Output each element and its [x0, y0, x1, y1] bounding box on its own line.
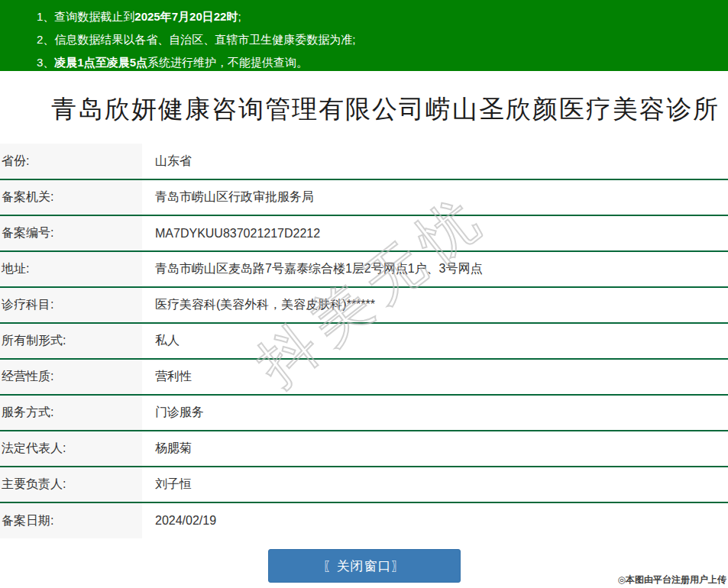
row-value: 青岛市崂山区行政审批服务局 — [142, 179, 728, 215]
notice-line: 3、凌晨1点至凌晨5点系统进行维护，不能提供查询。 — [37, 51, 720, 74]
row-label: 地址: — [0, 251, 142, 287]
row-value: 刘子恒 — [142, 467, 728, 502]
page-title: 青岛欣妍健康咨询管理有限公司崂山圣欣颜医疗美容诊所 — [0, 94, 728, 124]
row-label: 省份: — [0, 144, 142, 179]
row-value: 营利性 — [142, 359, 728, 395]
table-row: 经营性质:营利性 — [0, 359, 728, 395]
table-row: 省份:山东省 — [0, 144, 728, 179]
table-row: 地址:青岛市崂山区麦岛路7号嘉泰综合楼1层2号网点1户、3号网点 — [0, 251, 728, 287]
notice-line: 2、信息数据结果以各省、自治区、直辖市卫生健康委数据为准; — [37, 28, 720, 51]
row-label: 备案机关: — [0, 179, 142, 215]
row-value: 门诊服务 — [142, 395, 728, 431]
close-window-button[interactable]: 〖关闭窗口〗 — [268, 549, 461, 583]
row-value: 私人 — [142, 323, 728, 359]
row-value: 2024/02/19 — [142, 502, 728, 538]
row-label: 诊疗科目: — [0, 287, 142, 323]
notice-text-bold: 凌晨1点至凌晨5点 — [54, 56, 147, 69]
notice-text: ; — [238, 10, 241, 23]
table-row: 法定代表人:杨腮菊 — [0, 431, 728, 467]
notice-text: 系统进行维护，不能提供查询。 — [147, 56, 308, 69]
row-label: 服务方式: — [0, 395, 142, 431]
row-value: 医疗美容科(美容外科，美容皮肤科)****** — [142, 287, 728, 323]
row-value: MA7DYKUU837021217D2212 — [142, 215, 728, 251]
table-row: 服务方式:门诊服务 — [0, 395, 728, 431]
row-label: 主要负责人: — [0, 467, 142, 502]
row-label: 备案日期: — [0, 502, 142, 538]
row-value: 山东省 — [142, 144, 728, 179]
notice-line: 1、查询数据截止到2025年7月20日22时; — [37, 5, 720, 28]
notice-text: 2、信息数据结果以各省、自治区、直辖市卫生健康委数据为准; — [37, 33, 356, 46]
row-label: 法定代表人: — [0, 431, 142, 467]
attribution-note: ◎本图由平台注册用户上传 — [618, 573, 726, 586]
row-label: 经营性质: — [0, 359, 142, 395]
row-value: 青岛市崂山区麦岛路7号嘉泰综合楼1层2号网点1户、3号网点 — [142, 251, 728, 287]
registration-table: 省份:山东省 备案机关:青岛市崂山区行政审批服务局 备案编号:MA7DYKUU8… — [0, 144, 728, 538]
table-row: 诊疗科目:医疗美容科(美容外科，美容皮肤科)****** — [0, 287, 728, 323]
row-label: 备案编号: — [0, 215, 142, 251]
notice-text: 3、 — [37, 56, 54, 69]
notice-text-bold: 2025年7月20日22时 — [134, 10, 238, 23]
table-row: 备案机关:青岛市崂山区行政审批服务局 — [0, 179, 728, 215]
notice-text: 1、查询数据截止到 — [37, 10, 134, 23]
table-row: 备案编号:MA7DYKUU837021217D2212 — [0, 215, 728, 251]
table-row: 主要负责人:刘子恒 — [0, 467, 728, 502]
notice-banner: 1、查询数据截止到2025年7月20日22时; 2、信息数据结果以各省、自治区、… — [0, 0, 728, 71]
row-value: 杨腮菊 — [142, 431, 728, 467]
table-row: 备案日期:2024/02/19 — [0, 502, 728, 538]
row-label: 所有制形式: — [0, 323, 142, 359]
table-row: 所有制形式:私人 — [0, 323, 728, 359]
